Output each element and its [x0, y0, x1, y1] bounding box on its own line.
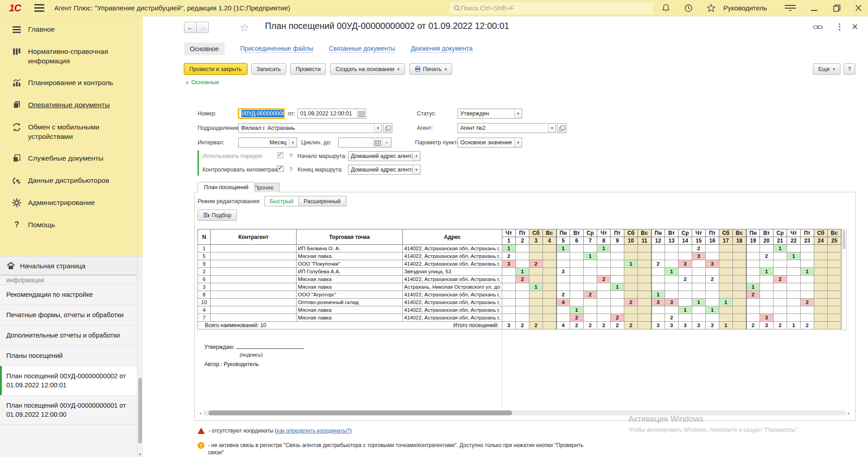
plan-cell[interactable] — [733, 252, 746, 260]
plan-cell[interactable]: 1 — [584, 252, 597, 260]
plan-cell[interactable] — [597, 306, 611, 314]
row-cell[interactable]: 414022, Астраханская обл, Астрахань г, — [403, 245, 502, 252]
plan-cell[interactable] — [611, 291, 624, 299]
plan-cell[interactable]: 3 — [651, 299, 665, 306]
coordinates-help-link[interactable]: как определить координаты? — [277, 428, 350, 434]
favorite-star-icon[interactable]: ☆ — [240, 21, 250, 34]
plan-cell[interactable] — [557, 260, 570, 268]
plan-cell[interactable] — [692, 291, 706, 299]
plan-cell[interactable] — [760, 276, 774, 283]
dropdown-arrow-icon[interactable]: ▾ — [289, 138, 297, 147]
department-select[interactable]: Филиал г. Астрахань ▾ — [238, 123, 382, 133]
plan-cell[interactable]: 1 — [665, 268, 679, 276]
plan-cell[interactable] — [760, 260, 774, 268]
plan-cell[interactable]: 1 — [719, 299, 733, 306]
plan-cell[interactable] — [733, 260, 746, 268]
plan-cell[interactable] — [584, 306, 597, 314]
plan-cell[interactable] — [814, 299, 828, 306]
row-cell[interactable]: Мясная лавка — [297, 276, 403, 283]
plan-cell[interactable]: 2 — [529, 260, 543, 268]
plan-cell[interactable] — [611, 252, 624, 260]
agent-select[interactable]: Агент №2 ▾ — [458, 123, 556, 133]
plan-cell[interactable] — [651, 245, 665, 252]
plan-cell[interactable] — [801, 291, 814, 299]
search-input[interactable] — [461, 5, 650, 12]
subtab-visit-plan[interactable]: План посещений — [198, 182, 255, 192]
plan-cell[interactable] — [801, 276, 814, 283]
plan-cell[interactable] — [651, 283, 665, 291]
plan-cell[interactable] — [543, 260, 557, 268]
plan-cell[interactable]: 2 — [679, 276, 692, 283]
plan-cell[interactable] — [502, 276, 516, 283]
row-cell[interactable]: 414022, Астраханская обл, Астрахань г, — [403, 260, 502, 268]
plan-cell[interactable] — [746, 245, 760, 252]
plan-cell[interactable] — [597, 291, 611, 299]
plan-cell[interactable] — [746, 299, 760, 306]
calendar-icon[interactable] — [357, 109, 366, 118]
plan-cell[interactable] — [557, 252, 570, 260]
plan-cell[interactable] — [624, 268, 638, 276]
plan-cell[interactable] — [543, 306, 557, 314]
plan-cell[interactable]: 1 — [679, 306, 692, 314]
sidebar-scrollbar[interactable]: ▼ — [137, 257, 143, 457]
plan-cell[interactable]: 3 — [760, 314, 774, 322]
plan-cell[interactable] — [814, 245, 828, 252]
plan-cell[interactable] — [665, 245, 679, 252]
pane-splitter[interactable] — [502, 331, 502, 409]
plan-cell[interactable] — [787, 245, 801, 252]
nav-item-visit-plans[interactable]: Планы посещений — [0, 346, 143, 366]
plan-cell[interactable] — [611, 245, 624, 252]
plan-cell[interactable] — [502, 306, 516, 314]
plan-cell[interactable] — [814, 291, 828, 299]
use-order-help-link[interactable]: ? — [289, 153, 292, 159]
sidebar-item-help[interactable]: ? Помощь — [0, 220, 143, 230]
row-cell[interactable]: 5 — [198, 252, 211, 260]
plan-cell[interactable] — [760, 283, 774, 291]
plan-cell[interactable] — [502, 299, 516, 306]
plan-cell[interactable] — [584, 283, 597, 291]
sidebar-item-distributor-data[interactable]: Данные дистрибьюторов — [0, 176, 143, 186]
point-param-select[interactable]: Основное значение ▾ — [458, 138, 522, 148]
plan-cell[interactable]: 1 — [706, 306, 719, 314]
row-cell[interactable]: 414022, Астраханская обл, Астрахань г, — [403, 252, 502, 260]
plan-cell[interactable] — [787, 268, 801, 276]
plan-cell[interactable] — [706, 291, 719, 299]
plan-cell[interactable] — [746, 314, 760, 322]
plan-cell[interactable] — [570, 260, 584, 268]
create-on-base-button[interactable]: Создать на основании▾ — [330, 63, 405, 75]
plan-cell[interactable] — [787, 260, 801, 268]
plan-cell[interactable] — [665, 283, 679, 291]
plan-cell[interactable] — [679, 252, 692, 260]
plan-cell[interactable] — [719, 252, 733, 260]
plan-cell[interactable] — [597, 268, 611, 276]
plan-cell[interactable] — [828, 260, 841, 268]
plan-cell[interactable] — [706, 283, 719, 291]
plan-cell[interactable] — [624, 252, 638, 260]
post-button[interactable]: Провести — [290, 63, 326, 75]
restore-button[interactable] — [832, 4, 842, 13]
plan-cell[interactable] — [584, 268, 597, 276]
plan-cell[interactable] — [543, 291, 557, 299]
plan-cell[interactable] — [502, 283, 516, 291]
plan-cell[interactable] — [746, 260, 760, 268]
plan-cell[interactable] — [611, 306, 624, 314]
plan-cell[interactable] — [828, 283, 841, 291]
plan-cell[interactable] — [814, 252, 828, 260]
plan-cell[interactable] — [516, 291, 529, 299]
global-search[interactable] — [450, 2, 653, 14]
interval-select[interactable]: Месяц ▾ — [238, 138, 297, 148]
plan-cell[interactable] — [611, 260, 624, 268]
plan-cell[interactable]: 2 — [801, 299, 814, 306]
row-cell[interactable]: 7 — [198, 314, 211, 322]
current-user[interactable]: Руководитель — [723, 4, 767, 12]
plan-cell[interactable]: 3 — [665, 299, 679, 306]
close-window-button[interactable] — [854, 4, 863, 13]
plan-cell[interactable] — [624, 245, 638, 252]
cyclic-date-input[interactable]: . . × — [338, 138, 392, 148]
plan-cell[interactable]: 1 — [502, 245, 516, 252]
plan-cell[interactable] — [774, 314, 787, 322]
history-icon[interactable] — [684, 3, 694, 13]
plan-cell[interactable] — [760, 245, 774, 252]
plan-cell[interactable]: 2 — [570, 314, 584, 322]
plan-cell[interactable] — [814, 283, 828, 291]
